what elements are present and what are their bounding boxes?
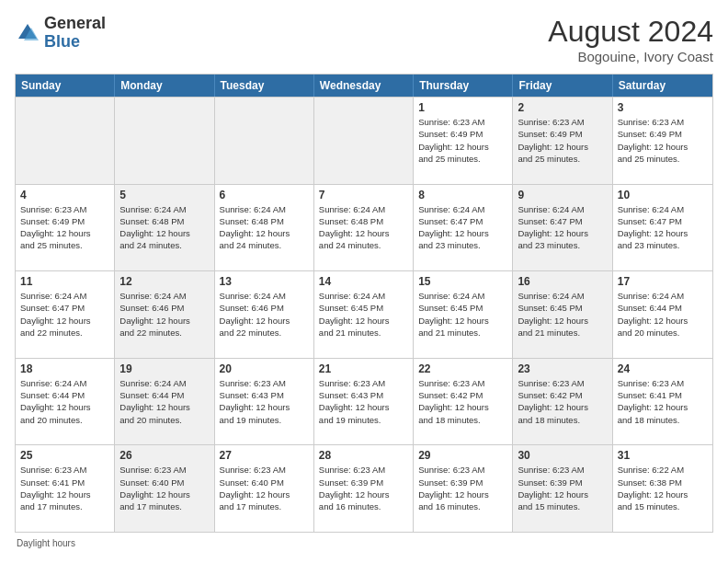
day-number: 29 (418, 449, 507, 462)
cal-cell-9: 9Sunrise: 6:24 AM Sunset: 6:47 PM Daylig… (513, 185, 612, 271)
footer-note: Daylight hours (15, 538, 713, 548)
cell-info: Sunrise: 6:23 AM Sunset: 6:49 PM Dayligh… (618, 116, 708, 165)
cell-info: Sunrise: 6:24 AM Sunset: 6:44 PM Dayligh… (20, 377, 109, 426)
cell-info: Sunrise: 6:22 AM Sunset: 6:38 PM Dayligh… (618, 464, 708, 512)
week-row-3: 11Sunrise: 6:24 AM Sunset: 6:47 PM Dayli… (16, 270, 712, 358)
cal-cell-21: 21Sunrise: 6:23 AM Sunset: 6:43 PM Dayli… (314, 359, 414, 445)
day-number: 2 (518, 101, 607, 114)
logo-line2: Blue (44, 33, 106, 52)
day-of-week-friday: Friday (513, 75, 612, 97)
day-number: 13 (220, 275, 309, 288)
cell-info: Sunrise: 6:24 AM Sunset: 6:45 PM Dayligh… (319, 290, 408, 339)
day-number: 12 (119, 275, 209, 288)
cal-cell-empty-3 (314, 98, 414, 184)
title-block: August 2024 Bogouine, Ivory Coast (548, 15, 713, 64)
cell-info: Sunrise: 6:23 AM Sunset: 6:43 PM Dayligh… (319, 377, 408, 426)
cell-info: Sunrise: 6:23 AM Sunset: 6:49 PM Dayligh… (418, 116, 507, 165)
week-row-4: 18Sunrise: 6:24 AM Sunset: 6:44 PM Dayli… (16, 358, 712, 445)
cell-info: Sunrise: 6:24 AM Sunset: 6:44 PM Dayligh… (618, 290, 708, 339)
cal-cell-empty-0 (16, 98, 115, 184)
cell-info: Sunrise: 6:24 AM Sunset: 6:46 PM Dayligh… (220, 290, 309, 339)
cal-cell-8: 8Sunrise: 6:24 AM Sunset: 6:47 PM Daylig… (414, 185, 513, 271)
day-number: 8 (418, 189, 507, 201)
main-title: August 2024 (548, 15, 713, 49)
cal-cell-15: 15Sunrise: 6:24 AM Sunset: 6:45 PM Dayli… (414, 271, 513, 358)
day-number: 7 (319, 189, 408, 201)
cell-info: Sunrise: 6:23 AM Sunset: 6:42 PM Dayligh… (418, 377, 507, 426)
cell-info: Sunrise: 6:23 AM Sunset: 6:41 PM Dayligh… (20, 464, 109, 512)
cell-info: Sunrise: 6:24 AM Sunset: 6:45 PM Dayligh… (418, 290, 507, 339)
cell-info: Sunrise: 6:24 AM Sunset: 6:48 PM Dayligh… (220, 203, 309, 252)
cal-cell-28: 28Sunrise: 6:23 AM Sunset: 6:39 PM Dayli… (314, 445, 414, 532)
day-number: 26 (119, 449, 209, 462)
day-number: 15 (418, 275, 507, 288)
cal-cell-2: 2Sunrise: 6:23 AM Sunset: 6:49 PM Daylig… (513, 98, 612, 184)
day-of-week-wednesday: Wednesday (314, 75, 414, 97)
cell-info: Sunrise: 6:23 AM Sunset: 6:40 PM Dayligh… (220, 464, 309, 512)
cal-cell-16: 16Sunrise: 6:24 AM Sunset: 6:45 PM Dayli… (513, 271, 612, 358)
cell-info: Sunrise: 6:23 AM Sunset: 6:39 PM Dayligh… (418, 464, 507, 512)
day-of-week-monday: Monday (115, 75, 214, 97)
cal-cell-27: 27Sunrise: 6:23 AM Sunset: 6:40 PM Dayli… (215, 445, 314, 532)
day-number: 3 (618, 101, 708, 114)
cell-info: Sunrise: 6:24 AM Sunset: 6:45 PM Dayligh… (518, 290, 607, 339)
cal-cell-6: 6Sunrise: 6:24 AM Sunset: 6:48 PM Daylig… (215, 185, 314, 271)
day-of-week-tuesday: Tuesday (215, 75, 314, 97)
subtitle: Bogouine, Ivory Coast (548, 49, 713, 64)
day-number: 25 (20, 449, 109, 462)
day-number: 17 (618, 275, 708, 288)
cell-info: Sunrise: 6:23 AM Sunset: 6:40 PM Dayligh… (119, 464, 209, 512)
cal-cell-18: 18Sunrise: 6:24 AM Sunset: 6:44 PM Dayli… (16, 359, 115, 445)
day-number: 22 (418, 362, 507, 375)
cal-cell-24: 24Sunrise: 6:23 AM Sunset: 6:41 PM Dayli… (613, 359, 712, 445)
cell-info: Sunrise: 6:24 AM Sunset: 6:44 PM Dayligh… (119, 377, 209, 426)
cal-cell-7: 7Sunrise: 6:24 AM Sunset: 6:48 PM Daylig… (314, 185, 414, 271)
day-number: 23 (518, 362, 607, 375)
cal-cell-29: 29Sunrise: 6:23 AM Sunset: 6:39 PM Dayli… (414, 445, 513, 532)
day-number: 27 (220, 449, 309, 462)
cal-cell-12: 12Sunrise: 6:24 AM Sunset: 6:46 PM Dayli… (115, 271, 214, 358)
cell-info: Sunrise: 6:24 AM Sunset: 6:48 PM Dayligh… (319, 203, 408, 252)
cal-cell-31: 31Sunrise: 6:22 AM Sunset: 6:38 PM Dayli… (613, 445, 712, 532)
cal-cell-22: 22Sunrise: 6:23 AM Sunset: 6:42 PM Dayli… (414, 359, 513, 445)
day-of-week-sunday: Sunday (16, 75, 115, 97)
cal-cell-5: 5Sunrise: 6:24 AM Sunset: 6:48 PM Daylig… (115, 185, 214, 271)
calendar-header: SundayMondayTuesdayWednesdayThursdayFrid… (16, 75, 712, 97)
cell-info: Sunrise: 6:23 AM Sunset: 6:42 PM Dayligh… (518, 377, 607, 426)
cal-cell-17: 17Sunrise: 6:24 AM Sunset: 6:44 PM Dayli… (613, 271, 712, 358)
cal-cell-19: 19Sunrise: 6:24 AM Sunset: 6:44 PM Dayli… (115, 359, 214, 445)
cal-cell-10: 10Sunrise: 6:24 AM Sunset: 6:47 PM Dayli… (613, 185, 712, 271)
day-number: 9 (518, 189, 607, 201)
page: General Blue August 2024 Bogouine, Ivory… (0, 0, 728, 563)
day-of-week-saturday: Saturday (613, 75, 712, 97)
day-number: 24 (618, 362, 708, 375)
cal-cell-20: 20Sunrise: 6:23 AM Sunset: 6:43 PM Dayli… (215, 359, 314, 445)
day-number: 21 (319, 362, 408, 375)
cal-cell-3: 3Sunrise: 6:23 AM Sunset: 6:49 PM Daylig… (613, 98, 712, 184)
calendar-body: 1Sunrise: 6:23 AM Sunset: 6:49 PM Daylig… (16, 97, 712, 532)
logo: General Blue (15, 15, 106, 52)
cal-cell-empty-1 (115, 98, 214, 184)
cell-info: Sunrise: 6:24 AM Sunset: 6:47 PM Dayligh… (20, 290, 109, 339)
cell-info: Sunrise: 6:23 AM Sunset: 6:49 PM Dayligh… (518, 116, 607, 165)
cell-info: Sunrise: 6:23 AM Sunset: 6:39 PM Dayligh… (518, 464, 607, 512)
cell-info: Sunrise: 6:23 AM Sunset: 6:49 PM Dayligh… (20, 203, 109, 252)
logo-icon (15, 20, 40, 46)
day-of-week-thursday: Thursday (414, 75, 513, 97)
day-number: 6 (220, 189, 309, 201)
day-number: 18 (20, 362, 109, 375)
cell-info: Sunrise: 6:24 AM Sunset: 6:48 PM Dayligh… (119, 203, 209, 252)
cell-info: Sunrise: 6:23 AM Sunset: 6:39 PM Dayligh… (319, 464, 408, 512)
logo-line1: General (44, 15, 106, 33)
cell-info: Sunrise: 6:24 AM Sunset: 6:46 PM Dayligh… (119, 290, 209, 339)
cell-info: Sunrise: 6:24 AM Sunset: 6:47 PM Dayligh… (518, 203, 607, 252)
week-row-1: 1Sunrise: 6:23 AM Sunset: 6:49 PM Daylig… (16, 97, 712, 184)
cal-cell-1: 1Sunrise: 6:23 AM Sunset: 6:49 PM Daylig… (414, 98, 513, 184)
day-number: 10 (618, 189, 708, 201)
day-number: 20 (220, 362, 309, 375)
day-number: 14 (319, 275, 408, 288)
day-number: 31 (618, 449, 708, 462)
cell-info: Sunrise: 6:23 AM Sunset: 6:41 PM Dayligh… (618, 377, 708, 426)
cal-cell-26: 26Sunrise: 6:23 AM Sunset: 6:40 PM Dayli… (115, 445, 214, 532)
day-number: 5 (119, 189, 209, 201)
